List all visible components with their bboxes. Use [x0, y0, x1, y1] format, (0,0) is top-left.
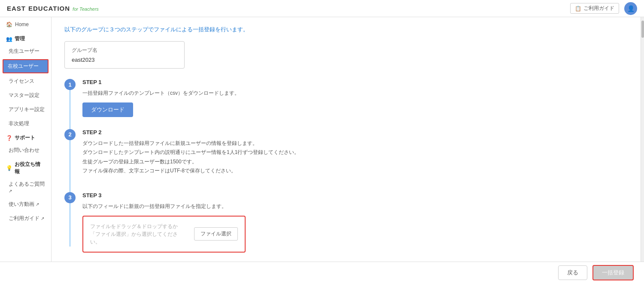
intro-text: 以下のグループに３つのステップでファイルによる一括登録を行います。 — [64, 26, 628, 33]
sidebar-usage-label: 使い方動画 — [9, 201, 34, 207]
external-link-icon: ↗ — [9, 189, 12, 193]
main-content: 以下のグループに３つのステップでファイルによる一括登録を行います。 グループ名 … — [52, 17, 641, 262]
layout: 🏠 Home 👥 管理 先生ユーザー 在校ユーザー ライセンス マスター設定 ア… — [0, 17, 644, 262]
sidebar-tips-section: 💡 お役立ち情報 — [0, 157, 51, 177]
step-1: 1 STEP 1 一括登録用ファイルのテンプレート（csv）をダウンロードします… — [64, 79, 628, 117]
group-name-card: グループ名 east2023 — [64, 41, 185, 69]
step-1-desc: 一括登録用ファイルのテンプレート（csv）をダウンロードします。 — [82, 89, 628, 98]
step-2-number: 2 — [64, 129, 76, 140]
step-3-desc: 以下のフィールドに新規の一括登録用ファイルを指定します。 — [82, 202, 628, 211]
sidebar-item-home[interactable]: 🏠 Home — [0, 17, 51, 32]
sidebar-item-license[interactable]: ライセンス — [0, 74, 51, 88]
sidebar-item-inquiry[interactable]: お問い合わせ — [0, 143, 51, 157]
group-name-value: east2023 — [72, 57, 177, 63]
footer: 戻る 一括登録 — [0, 262, 644, 283]
step-2-title: STEP 2 — [82, 129, 628, 135]
sidebar-master-label: マスター設定 — [9, 92, 39, 98]
back-button[interactable]: 戻る — [558, 265, 587, 280]
step-3-number: 3 — [64, 192, 76, 203]
step-1-number: 1 — [64, 79, 76, 90]
sidebar-item-teacher[interactable]: 先生ユーザー — [0, 44, 51, 58]
support-icon: ❓ — [6, 135, 12, 141]
sidebar-item-appkey[interactable]: アプリキー設定 — [0, 102, 51, 117]
sidebar-item-batch[interactable]: 非次処理 — [0, 117, 51, 131]
sidebar-appkey-label: アプリキー設定 — [9, 106, 45, 112]
scroll-track[interactable] — [641, 17, 644, 262]
sidebar-item-usage[interactable]: 使い方動画 ↗ — [0, 197, 51, 211]
logo: EAST EDUCATION for Teachers — [7, 5, 99, 12]
sidebar-item-guide[interactable]: ご利用ガイド ↗ — [0, 211, 51, 226]
step-2: 2 STEP 2 ダウンロードした一括登録用ファイルに新規ユーザーの情報を登録し… — [64, 129, 628, 180]
steps-container: 1 STEP 1 一括登録用ファイルのテンプレート（csv）をダウンロードします… — [64, 79, 628, 253]
download-button[interactable]: ダウンロード — [82, 102, 133, 117]
sidebar-student-label: 在校ユーザー — [8, 63, 39, 69]
logo-education: EDUCATION — [28, 5, 70, 12]
tips-icon: 💡 — [6, 165, 12, 171]
scroll-thumb — [641, 21, 644, 38]
step-2-content: STEP 2 ダウンロードした一括登録用ファイルに新規ユーザーの情報を登録します… — [82, 129, 628, 180]
sidebar-item-master[interactable]: マスター設定 — [0, 88, 51, 102]
sidebar-faq-label: よくあるご質問 — [9, 181, 45, 187]
sidebar-item-student[interactable]: 在校ユーザー — [3, 59, 49, 73]
sidebar-inquiry-label: お問い合わせ — [9, 147, 39, 153]
group-name-label: グループ名 — [72, 47, 177, 54]
guide-button[interactable]: 📋 ご利用ガイド — [570, 3, 619, 14]
sidebar-license-label: ライセンス — [9, 78, 34, 84]
sidebar-batch-label: 非次処理 — [9, 120, 29, 126]
logo-for-teachers: for Teachers — [73, 6, 99, 12]
step-3-title: STEP 3 — [82, 192, 628, 199]
guide-icon: 📋 — [575, 6, 581, 12]
home-icon: 🏠 — [6, 21, 12, 27]
step-2-desc: ダウンロードした一括登録用ファイルに新規ユーザーの情報を登録します。 ダウンロー… — [82, 139, 628, 176]
external-link-icon2: ↗ — [36, 202, 39, 207]
step-1-content: STEP 1 一括登録用ファイルのテンプレート（csv）をダウンロードします。 … — [82, 79, 628, 117]
step-2-line2: ダウンロードしたテンプレート内の説明通りにユーザー情報を1人1行ずつ登録してくだ… — [82, 148, 628, 157]
header-right: 📋 ご利用ガイド 👤 — [570, 2, 637, 15]
step-2-line4: ファイル保存の際、文字エンコードはUTF-8で保存してください。 — [82, 166, 628, 176]
admin-icon: 👥 — [6, 36, 12, 42]
sidebar-guide-label: ご利用ガイド — [9, 215, 39, 221]
guide-label: ご利用ガイド — [583, 5, 614, 12]
step-2-line3: 生徒グループの登録上限ユーザー数は1500です。 — [82, 157, 628, 167]
user-icon: 👤 — [627, 5, 635, 12]
step-2-line1: ダウンロードした一括登録用ファイルに新規ユーザーの情報を登録します。 — [82, 139, 628, 148]
sidebar-admin-label: 👥 管理 — [0, 32, 51, 44]
header: EAST EDUCATION for Teachers 📋 ご利用ガイド 👤 — [0, 0, 644, 17]
logo-east: EAST — [7, 5, 26, 12]
external-link-icon3: ↗ — [41, 216, 44, 221]
step-1-title: STEP 1 — [82, 79, 628, 85]
file-drop-text: ファイルをドラッグ＆ドロップするか 「ファイル選択」から選択してください。 — [90, 223, 187, 246]
save-button[interactable]: 一括登録 — [592, 265, 634, 280]
file-drop-line1: ファイルをドラッグ＆ドロップするか — [90, 223, 187, 230]
sidebar: 🏠 Home 👥 管理 先生ユーザー 在校ユーザー ライセンス マスター設定 ア… — [0, 17, 52, 262]
user-avatar[interactable]: 👤 — [624, 2, 637, 15]
sidebar-item-faq[interactable]: よくあるご質問 ↗ — [0, 177, 51, 197]
file-upload-area[interactable]: ファイルをドラッグ＆ドロップするか 「ファイル選択」から選択してください。 ファ… — [82, 216, 246, 253]
step-3-content: STEP 3 以下のフィールドに新規の一括登録用ファイルを指定します。 ファイル… — [82, 192, 628, 253]
file-select-button[interactable]: ファイル選択 — [194, 227, 238, 241]
sidebar-support-section: ❓ サポート — [0, 131, 51, 143]
step-3: 3 STEP 3 以下のフィールドに新規の一括登録用ファイルを指定します。 ファ… — [64, 192, 628, 253]
sidebar-teacher-label: 先生ユーザー — [9, 48, 39, 54]
file-drop-line2: 「ファイル選択」から選択してください。 — [90, 230, 187, 246]
sidebar-home-label: Home — [15, 21, 29, 27]
